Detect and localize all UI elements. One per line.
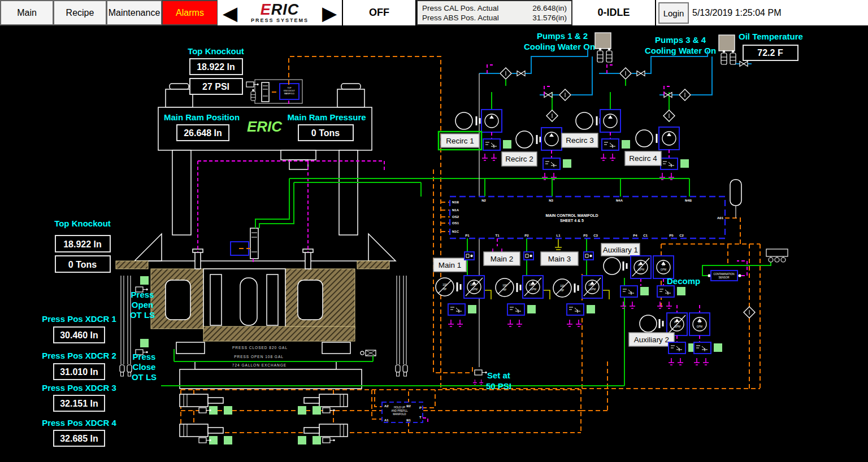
svg-text:Recirc 2: Recirc 2	[505, 155, 533, 163]
svg-text:OT LS: OT LS	[130, 310, 155, 320]
svg-text:Recirc 3: Recirc 3	[566, 136, 594, 145]
nav-alarms-button[interactable]: Alarms	[162, 0, 218, 25]
main-ram-pressure-label: Main Ram Pressure	[287, 112, 366, 122]
tk-left-title: Top Knockout	[54, 219, 111, 228]
svg-text:GPM: GPM	[590, 288, 596, 291]
machine-state-indicator: 0-IDLE	[572, 0, 656, 25]
press-open-gal-text: PRESS OPEN 108 GAL	[234, 355, 284, 359]
press-abs-value: 31.576(in)	[532, 14, 567, 22]
svg-text:A01: A01	[717, 216, 724, 220]
press-cal-value: 26.648(in)	[532, 4, 567, 12]
svg-text:P5: P5	[669, 234, 674, 237]
svg-text:N4B: N4B	[685, 199, 692, 202]
recirc4-button[interactable]: Recirc 4	[625, 151, 661, 165]
svg-text:L1: L1	[556, 234, 561, 237]
svg-text:T1: T1	[495, 234, 500, 237]
svg-text:P2: P2	[524, 234, 529, 237]
svg-text:AND PREFILL: AND PREFILL	[391, 409, 408, 412]
manifold-title: MAIN CONTROL MANIFOLD	[545, 213, 598, 217]
svg-text:A2: A2	[384, 404, 389, 408]
svg-text:100: 100	[502, 284, 507, 287]
svg-text:N1B: N1B	[452, 201, 459, 204]
svg-text:N2: N2	[481, 199, 486, 202]
set-at-valve: Set at 50 PSI	[473, 370, 511, 391]
brand-subtitle: PRESS SYSTEMS	[251, 18, 309, 23]
gallon-exchange-text: 724 GALLON EXCHANGE	[232, 363, 287, 367]
svg-text:Main 1: Main 1	[439, 261, 462, 269]
svg-text:133: 133	[470, 284, 475, 286]
pumps34-cooling-label: Cooling Water On	[645, 46, 716, 55]
nav-maintenance-button[interactable]: Maintenance	[106, 0, 162, 25]
svg-text:13: 13	[674, 321, 677, 324]
hydraulic-diagram: PRESS CLOSED 820 GAL PRESS OPEN 108 GAL …	[0, 27, 868, 462]
svg-text:SENSOR: SENSOR	[718, 276, 730, 279]
svg-text:14: 14	[662, 264, 665, 267]
holdup-prefill-manifold: HOLD UP AND PREFILL MANIFOLD A2 B2 P T A…	[382, 402, 423, 422]
svg-text:HP: HP	[443, 288, 446, 291]
svg-text:GPM: GPM	[472, 288, 478, 291]
base-valve	[361, 350, 376, 356]
xdcr4-value: 32.685 In	[60, 434, 98, 443]
xdcr2-label: Press Pos XDCR 2	[42, 351, 116, 360]
manifold-sheet: SHEET 4 & 5	[560, 219, 584, 223]
svg-text:Set at: Set at	[487, 371, 510, 380]
main1-button[interactable]: Main 1	[433, 258, 466, 272]
svg-text:B2: B2	[406, 404, 411, 408]
svg-text:Close: Close	[133, 362, 156, 372]
svg-text:100: 100	[442, 284, 447, 286]
svg-text:GPM: GPM	[639, 268, 645, 271]
pullback-cylinders	[180, 394, 348, 444]
tk-manifold-line2: KNOCKOUT	[284, 90, 296, 92]
prev-screen-arrow-button[interactable]: ◀	[218, 0, 242, 25]
press-closed-gal-text: PRESS CLOSED 820 GAL	[232, 346, 288, 350]
auxiliary2-button[interactable]: Auxiliary 2	[629, 333, 674, 346]
svg-text:N3: N3	[549, 199, 553, 202]
svg-text:P3: P3	[583, 234, 588, 237]
svg-text:133: 133	[529, 284, 533, 286]
cooler34-filter-icon	[730, 50, 736, 64]
eric-logo-green: ERIC	[247, 118, 283, 135]
press-close-ot-ls: Press Close OT LS	[132, 339, 157, 382]
svg-text:N1C: N1C	[452, 230, 459, 233]
svg-text:GPM: GPM	[531, 288, 537, 291]
svg-text:N1A: N1A	[452, 208, 459, 212]
cooler12-filter-icon	[597, 48, 603, 62]
recirc3-button[interactable]: Recirc 3	[562, 133, 598, 147]
tk-manifold-line3: MANIFOLD	[284, 93, 295, 95]
top-knockout-manifold: TOP KNOCKOUT MANIFOLD	[246, 80, 302, 106]
cooler34-filter-icon	[721, 50, 727, 64]
main-ram-pressure-value: 0 Tons	[311, 128, 340, 138]
main2-button[interactable]: Main 2	[484, 252, 520, 265]
svg-text:T: T	[419, 416, 422, 419]
svg-text:CONTAMINATION: CONTAMINATION	[713, 273, 734, 276]
xdcr4-label: Press Pos XDCR 4	[42, 418, 116, 428]
press-abs-label: Press ABS Pos. Actual	[422, 14, 532, 22]
svg-text:OS1: OS1	[452, 221, 459, 225]
press-cal-label: Press CAL Pos. Actual	[422, 4, 532, 12]
svg-text:HP: HP	[561, 289, 564, 292]
recirc1-button[interactable]: Recirc 1	[439, 132, 481, 150]
svg-text:Open: Open	[132, 300, 153, 310]
nav-main-button[interactable]: Main	[0, 0, 53, 25]
oil-temperature-label: Oil Temperature	[739, 32, 803, 41]
top-knockout-psi: 27 PSI	[202, 82, 229, 91]
pumps34-label: Pumps 3 & 4	[655, 35, 706, 45]
main-ram-position-label: Main Ram Position	[164, 112, 240, 122]
off-status-button[interactable]: OFF	[342, 0, 416, 25]
login-button[interactable]: Login	[658, 2, 689, 24]
left-readouts: Top Knockout 18.922 In 0 Tons Press Pos …	[42, 219, 116, 446]
main3-button[interactable]: Main 3	[541, 252, 578, 265]
svg-text:P1: P1	[465, 234, 470, 237]
recirc2-button[interactable]: Recirc 2	[502, 152, 537, 166]
tk-left-pos: 18.922 In	[63, 239, 102, 249]
brand-name: ERIC	[261, 2, 300, 18]
svg-text:Press: Press	[131, 290, 154, 299]
svg-text:Main 3: Main 3	[548, 255, 571, 263]
nav-recipe-button[interactable]: Recipe	[53, 0, 106, 25]
svg-text:P4: P4	[633, 234, 637, 237]
xdcr3-label: Press Pos XDCR 3	[42, 383, 116, 393]
auxiliary1-button[interactable]: Auxiliary 1	[601, 243, 640, 256]
svg-text:100: 100	[560, 285, 565, 287]
svg-text:Recirc 1: Recirc 1	[446, 137, 474, 145]
next-screen-arrow-button[interactable]: ▶	[317, 0, 342, 25]
